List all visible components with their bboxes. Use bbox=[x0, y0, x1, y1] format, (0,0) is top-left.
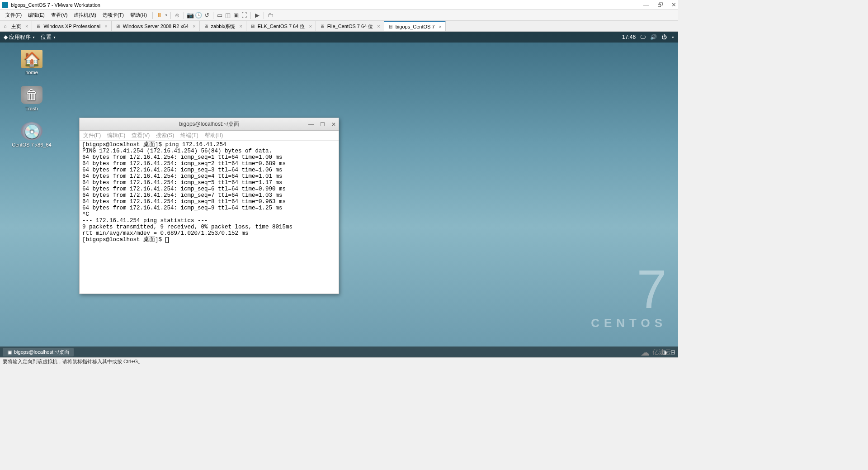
term-menu-edit[interactable]: 编辑(E) bbox=[107, 132, 125, 139]
monitor-icon: 🖥 bbox=[250, 24, 255, 29]
vmware-app-icon bbox=[2, 2, 8, 8]
icon-label: CentOS 7 x86_64 bbox=[9, 142, 54, 147]
vm-viewport[interactable]: ◆ 应用程序 ▼ 位置 ▼ 17:46 🖵 🔊 ⏻ ▼ 🏠 home 🗑 Tra… bbox=[0, 32, 678, 357]
menu-file[interactable]: 文件(F) bbox=[3, 11, 24, 19]
tab-close-button[interactable]: × bbox=[309, 24, 311, 29]
menu-view[interactable]: 查看(V) bbox=[48, 11, 71, 19]
icon-label: Trash bbox=[9, 106, 54, 111]
status-text: 要将输入定向到该虚拟机，请将鼠标指针移入其中或按 Ctrl+G。 bbox=[3, 358, 143, 365]
chevron-down-icon[interactable]: ▼ bbox=[671, 36, 675, 39]
snapshot-manager-button[interactable]: 🕓 bbox=[195, 12, 202, 19]
tab-home[interactable]: ⌂ 主页 × bbox=[0, 21, 32, 31]
window-titlebar: bigops_CentOS 7 - VMware Workstation — 🗗… bbox=[0, 0, 678, 10]
task-label: bigops@localhost:~/桌面 bbox=[14, 349, 69, 356]
tab-close-button[interactable]: × bbox=[239, 24, 242, 29]
tab-bigops[interactable]: 🖥 bigops_CentOS 7 × bbox=[384, 21, 446, 31]
tab-close-button[interactable]: × bbox=[377, 24, 380, 29]
revert-button[interactable]: ↺ bbox=[203, 12, 210, 19]
gnome-topbar: ◆ 应用程序 ▼ 位置 ▼ 17:46 🖵 🔊 ⏻ ▼ bbox=[0, 32, 678, 43]
tab-file[interactable]: 🖥 File_CentOS 7 64 位 × bbox=[316, 21, 384, 31]
tab-label: Windows Server 2008 R2 x64 bbox=[123, 24, 189, 29]
disc-icon: 💿 bbox=[21, 122, 42, 140]
monitor-icon: 🖥 bbox=[388, 24, 393, 29]
watermark: ☁ 亿速云 bbox=[641, 347, 671, 358]
trash-icon: 🗑 bbox=[21, 86, 42, 104]
watermark-text: 亿速云 bbox=[652, 348, 671, 356]
tab-label: Windows XP Professional bbox=[43, 24, 100, 29]
gnome-places-menu[interactable]: 位置 ▼ bbox=[41, 33, 56, 41]
tab-close-button[interactable]: × bbox=[193, 24, 195, 29]
term-menu-file[interactable]: 文件(F) bbox=[83, 132, 101, 139]
desktop-disc-icon[interactable]: 💿 CentOS 7 x86_64 bbox=[9, 122, 54, 147]
window-restore-button[interactable]: 🗗 bbox=[657, 1, 663, 8]
gnome-applications-menu[interactable]: ◆ 应用程序 ▼ bbox=[4, 33, 35, 41]
menu-edit[interactable]: 编辑(E) bbox=[25, 11, 47, 19]
gnome-clock[interactable]: 17:46 bbox=[622, 34, 636, 40]
pause-vm-button[interactable]: II bbox=[156, 12, 163, 19]
desktop-trash-icon[interactable]: 🗑 Trash bbox=[9, 86, 54, 111]
tab-close-button[interactable]: × bbox=[439, 24, 442, 29]
terminal-output[interactable]: [bigops@localhost 桌面]$ ping 172.16.41.25… bbox=[80, 141, 339, 294]
tab-label: bigops_CentOS 7 bbox=[396, 24, 435, 29]
tab-win2008[interactable]: 🖥 Windows Server 2008 R2 x64 × bbox=[112, 21, 200, 31]
tab-label: zabbix系统 bbox=[211, 23, 236, 30]
tab-close-button[interactable]: × bbox=[104, 24, 107, 29]
view-single-button[interactable]: ▭ bbox=[216, 12, 223, 19]
vmware-statusbar: 要将输入定向到该虚拟机，请将鼠标指针移入其中或按 Ctrl+G。 bbox=[0, 357, 678, 366]
menu-tabs[interactable]: 选项卡(T) bbox=[100, 11, 127, 19]
home-icon: ⌂ bbox=[4, 24, 9, 29]
terminal-title: bigops@localhost:~/桌面 bbox=[179, 120, 239, 128]
tab-winxp[interactable]: 🖥 Windows XP Professional × bbox=[32, 21, 111, 31]
monitor-icon: 🖥 bbox=[36, 24, 41, 29]
version-number: 7 bbox=[591, 262, 667, 316]
window-minimize-button[interactable]: — bbox=[643, 1, 649, 8]
view-split-button[interactable]: ◫ bbox=[224, 12, 231, 19]
view-multi-button[interactable]: ▣ bbox=[232, 12, 240, 19]
snapshot-button[interactable]: 📷 bbox=[187, 12, 194, 19]
tab-label: File_CentOS 7 64 位 bbox=[327, 23, 373, 30]
terminal-close-button[interactable]: ✕ bbox=[331, 121, 336, 128]
monitor-icon: 🖥 bbox=[115, 24, 121, 29]
menu-help[interactable]: 帮助(H) bbox=[127, 11, 150, 19]
terminal-maximize-button[interactable]: ☐ bbox=[320, 121, 325, 128]
menu-vm[interactable]: 虚拟机(M) bbox=[71, 11, 99, 19]
terminal-minimize-button[interactable]: — bbox=[308, 121, 314, 128]
folder-icon: 🏠 bbox=[21, 50, 42, 68]
monitor-icon: 🖥 bbox=[320, 24, 325, 29]
term-menu-help[interactable]: 帮助(H) bbox=[205, 132, 223, 139]
term-menu-search[interactable]: 搜索(S) bbox=[156, 132, 174, 139]
term-menu-view[interactable]: 查看(V) bbox=[132, 132, 150, 139]
vmware-menubar: 文件(F) 编辑(E) 查看(V) 虚拟机(M) 选项卡(T) 帮助(H) II… bbox=[0, 10, 678, 21]
tab-close-button[interactable]: × bbox=[25, 24, 28, 29]
window-close-button[interactable]: ✕ bbox=[671, 1, 676, 8]
monitor-icon: 🖥 bbox=[203, 24, 209, 29]
gnome-taskbar: ▣ bigops@localhost:~/桌面 ◑ ⊟ bbox=[0, 347, 678, 357]
library-button[interactable]: 🗀 bbox=[267, 12, 274, 19]
terminal-icon: ▣ bbox=[7, 349, 12, 355]
desktop-home-icon[interactable]: 🏠 home bbox=[9, 50, 54, 75]
tab-elk[interactable]: 🖥 ELK_CentOS 7 64 位 × bbox=[246, 21, 316, 31]
fullscreen-button[interactable]: ⛶ bbox=[241, 12, 248, 19]
taskbar-terminal-entry[interactable]: ▣ bigops@localhost:~/桌面 bbox=[3, 348, 74, 356]
tab-label: 主页 bbox=[11, 23, 21, 30]
terminal-menubar: 文件(F) 编辑(E) 查看(V) 搜索(S) 终端(T) 帮助(H) bbox=[80, 131, 339, 141]
send-ctrl-alt-del-button[interactable]: ⎋ bbox=[174, 12, 181, 19]
volume-icon[interactable]: 🔊 bbox=[650, 34, 657, 40]
window-title: bigops_CentOS 7 - VMware Workstation bbox=[11, 2, 643, 8]
power-icon[interactable]: ⏻ bbox=[661, 34, 667, 40]
tab-label: ELK_CentOS 7 64 位 bbox=[258, 23, 305, 30]
icon-label: home bbox=[9, 70, 54, 75]
terminal-window[interactable]: bigops@localhost:~/桌面 — ☐ ✕ 文件(F) 编辑(E) … bbox=[79, 118, 339, 294]
display-icon[interactable]: 🖵 bbox=[640, 34, 646, 40]
term-menu-terminal[interactable]: 终端(T) bbox=[180, 132, 198, 139]
unity-button[interactable]: ▶ bbox=[254, 12, 261, 19]
terminal-titlebar[interactable]: bigops@localhost:~/桌面 — ☐ ✕ bbox=[80, 118, 339, 131]
centos-brand: 7 CENTOS bbox=[591, 262, 667, 330]
tab-zabbix[interactable]: 🖥 zabbix系统 × bbox=[200, 21, 246, 31]
cloud-icon: ☁ bbox=[641, 347, 650, 358]
os-name: CENTOS bbox=[591, 316, 667, 330]
vmware-tabbar: ⌂ 主页 × 🖥 Windows XP Professional × 🖥 Win… bbox=[0, 21, 678, 32]
